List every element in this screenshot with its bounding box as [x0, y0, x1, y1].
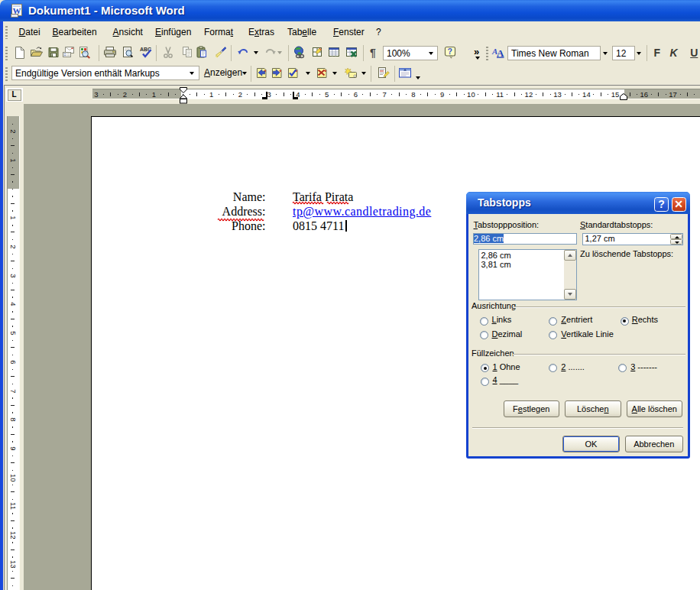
svg-text:?: ? — [447, 47, 452, 56]
svg-text:¶: ¶ — [370, 47, 376, 59]
